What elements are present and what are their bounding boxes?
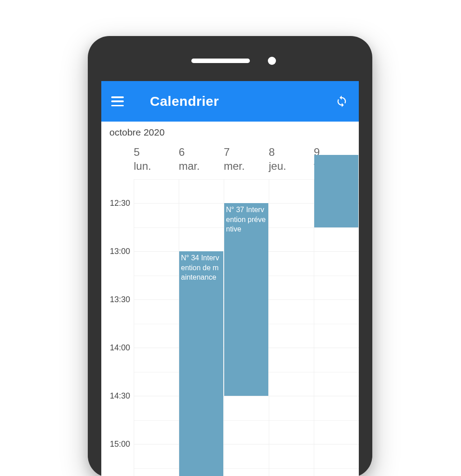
device-camera (268, 57, 276, 65)
sync-icon[interactable] (335, 95, 348, 108)
day-column[interactable]: N° 34 Intervention de maintenance (179, 179, 224, 476)
time-label: 13:00 (110, 247, 130, 256)
day-columns: N° 34 Intervention de maintenanceN° 37 I… (134, 179, 359, 476)
time-label: 15:00 (110, 440, 130, 449)
time-labels-column: 12:3013:0013:3014:0014:3015:00 (101, 179, 134, 476)
calendar-event[interactable]: N° 34 Intervention de maintenance (179, 251, 223, 476)
device-speaker (191, 59, 250, 63)
device-frame: Calendrier octobre 2020 5lun.6mar.7mer.8… (88, 36, 372, 476)
day-name: jeu. (269, 159, 286, 173)
day-name: mer. (224, 159, 245, 173)
time-label: 14:30 (110, 391, 130, 401)
day-number: 6 (179, 145, 185, 159)
day-number: 8 (269, 145, 275, 159)
day-column[interactable] (314, 179, 359, 476)
calendar-event[interactable]: N° 37 Intervention préventive (224, 203, 268, 396)
day-header[interactable]: 8jeu. (269, 143, 314, 179)
day-name: mar. (179, 159, 200, 173)
calendar-event[interactable] (314, 155, 358, 227)
day-column[interactable] (269, 179, 314, 476)
calendar: 5lun.6mar.7mer.8jeu.9ven. 12:3013:0013:3… (101, 143, 359, 476)
app-screen: Calendrier octobre 2020 5lun.6mar.7mer.8… (101, 81, 359, 476)
month-label: octobre 2020 (101, 122, 359, 143)
day-header[interactable]: 5lun. (134, 143, 179, 179)
day-header[interactable]: 6mar. (179, 143, 224, 179)
app-title: Calendrier (150, 94, 219, 109)
day-column[interactable]: N° 37 Intervention préventive (224, 179, 269, 476)
time-label: 13:30 (110, 295, 130, 304)
app-bar: Calendrier (101, 81, 359, 122)
time-label: 12:30 (110, 199, 130, 208)
time-column-spacer (101, 143, 134, 179)
day-name: lun. (134, 159, 151, 173)
calendar-grid[interactable]: 12:3013:0013:3014:0014:3015:00 N° 34 Int… (101, 179, 359, 476)
menu-icon[interactable] (111, 96, 124, 106)
day-column[interactable] (134, 179, 179, 476)
day-number: 7 (224, 145, 230, 159)
day-number: 5 (134, 145, 140, 159)
time-label: 14:00 (110, 343, 130, 353)
day-header[interactable]: 7mer. (224, 143, 269, 179)
